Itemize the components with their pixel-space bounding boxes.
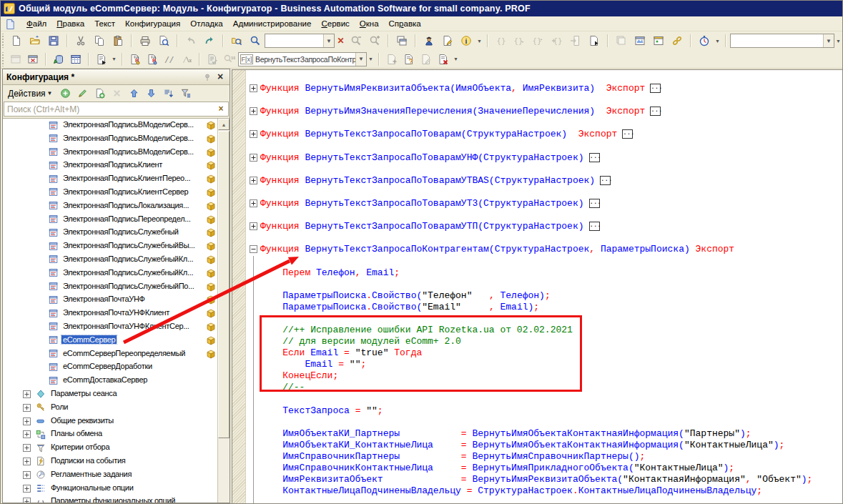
global-search-icon[interactable] xyxy=(227,33,246,49)
code-line[interactable] xyxy=(232,187,842,198)
tree-item-электроннаяпочтаунф[interactable]: ЭлектроннаяПочтаУНФ xyxy=(3,293,230,307)
move-up-icon[interactable] xyxy=(126,87,143,101)
filter-icon[interactable] xyxy=(177,87,194,101)
code-line[interactable]: Функция ВернутьТекстЗапросаПоТоварамУНФ(… xyxy=(232,152,842,164)
edit-document-icon[interactable] xyxy=(438,33,457,49)
tree-item-электроннаяподписьслужебныйпо-[interactable]: ЭлектроннаяПодписьСлужебныйПо... xyxy=(3,280,230,294)
performance-timer-icon[interactable] xyxy=(695,33,714,49)
format-document-icon[interactable] xyxy=(204,51,221,67)
code-line[interactable] xyxy=(232,394,842,405)
remove-comment-icon[interactable]: / xyxy=(178,51,195,67)
procedure-color-icon[interactable]: 100 xyxy=(221,51,238,67)
tree-item-электроннаяподписьлокализация-[interactable]: ЭлектроннаяПодписьЛокализация... xyxy=(3,199,230,213)
scroll-up-icon[interactable]: ▲ xyxy=(218,119,230,130)
panel-close-button[interactable]: × xyxy=(214,70,227,83)
code-line[interactable]: ПараметрыПоиска.Свойство("Телефон" , Тел… xyxy=(232,290,842,302)
expand-icon[interactable] xyxy=(23,444,31,452)
tree-item-функциональные-опции[interactable]: Функциональные опции xyxy=(3,482,230,495)
close-window-icon[interactable] xyxy=(24,51,41,67)
code-line[interactable]: ИмяОбъектаКИ_Партнеры = ВернутьИмяОбъект… xyxy=(232,428,842,440)
procedures-list-icon[interactable]: {} xyxy=(492,33,511,49)
context-combobox[interactable]: ▼ xyxy=(730,34,834,48)
links-icon[interactable] xyxy=(668,33,686,49)
expand-icon[interactable] xyxy=(23,471,31,479)
tree-item-общие-реквизиты[interactable]: Общие реквизиты xyxy=(3,415,230,428)
menu-администрирование[interactable]: Администрирование xyxy=(228,18,317,29)
combo-dropdown-icon[interactable]: ▼ xyxy=(323,34,334,47)
code-line[interactable]: Функция ВернутьТекстЗапросаПоТоварамУТBA… xyxy=(232,175,842,187)
tree-item-электроннаяподписьпереопредел-[interactable]: ЭлектроннаяПодписьПереопредел... xyxy=(3,213,230,227)
add-bookmark-icon[interactable] xyxy=(383,51,400,67)
tree-item-параметры-сеанса[interactable]: Параметры сеанса xyxy=(3,387,230,401)
code-line[interactable]: Функция ВернутьИмяРеквизитаОбъекта(ИмяОб… xyxy=(232,83,842,94)
expand-icon[interactable] xyxy=(23,485,31,493)
actions-menu-button[interactable]: Действия xyxy=(6,88,47,99)
clear-search-button[interactable]: ✕ xyxy=(335,34,347,48)
collapsed-code-icon[interactable]: ... xyxy=(589,153,600,162)
toolbar-overflow-icon[interactable]: ▼ xyxy=(367,52,375,66)
procedure-prev-icon[interactable]: {} xyxy=(511,33,529,49)
copy-windows-icon[interactable] xyxy=(393,33,411,49)
toolbar-drag-handle[interactable] xyxy=(1,52,6,66)
collapsed-code-icon[interactable]: ... xyxy=(600,176,611,185)
syntax-assistant-icon[interactable] xyxy=(420,33,438,49)
tree-item-электроннаяподписьслужебныйкл-[interactable]: ЭлектроннаяПодписьСлужебныйКл... xyxy=(3,253,230,267)
menu-справка[interactable]: Справка xyxy=(384,18,426,29)
code-line[interactable] xyxy=(232,209,842,221)
expand-icon[interactable] xyxy=(23,458,31,465)
scrollbar-thumb[interactable] xyxy=(218,131,230,438)
paste-icon[interactable] xyxy=(109,33,127,49)
code-line[interactable]: ИмяСправочникПартнеры = ВернутьИмяСправо… xyxy=(232,451,842,463)
pin-icon[interactable] xyxy=(204,74,211,81)
tree-item-электроннаяподписьвмоделисерв-[interactable]: ЭлектроннаяПодписьВМоделиСерв... xyxy=(3,119,230,132)
menu-сервис[interactable]: Сервис xyxy=(316,18,354,29)
add-by-template-icon[interactable] xyxy=(92,87,109,101)
tree-item-роли[interactable]: Роли xyxy=(3,401,230,415)
code-line[interactable]: Функция ВернутьТекстЗапросаПоТоварам(Стр… xyxy=(232,129,842,140)
code-line[interactable]: ИмяОбъектаКИ_КонтактныеЛица = ВернутьИмя… xyxy=(232,440,842,451)
tree-item-электроннаяподписьклиент[interactable]: ЭлектроннаяПодписьКлиент xyxy=(3,159,230,172)
undo-icon[interactable] xyxy=(182,33,200,49)
tree-item-планы-обмена[interactable]: Планы обмена xyxy=(3,428,230,441)
delete-bookmark-icon[interactable] xyxy=(435,51,452,67)
code-line[interactable] xyxy=(232,255,842,267)
tree-scrollbar[interactable]: ▲ xyxy=(217,119,230,503)
code-line[interactable] xyxy=(232,232,842,244)
clear-search-icon[interactable]: × xyxy=(215,103,227,114)
code-line[interactable]: Функция ВернутьТекстЗапросаПоКонтрагента… xyxy=(232,244,842,255)
tree-item-электроннаяподписьклиентперео-[interactable]: ЭлектроннаяПодписьКлиентПерео... xyxy=(3,172,230,186)
code-line[interactable]: Функция ВернутьТекстЗапросаПоТоварамУТ3(… xyxy=(232,198,842,209)
add-icon[interactable] xyxy=(57,87,74,101)
fold-marker-icon[interactable] xyxy=(250,199,257,207)
code-line[interactable]: КонтактныеЛицаПодчиненыВладельцу = Струк… xyxy=(232,485,842,497)
code-line[interactable] xyxy=(232,279,842,290)
print-icon[interactable] xyxy=(136,33,154,49)
find-previous-icon[interactable] xyxy=(365,33,384,49)
tree-item-критерии-отбора[interactable]: Критерии отбора xyxy=(3,441,230,455)
tree-item-ecommдоставкасервер[interactable]: eCommДоставкаСервер xyxy=(3,374,230,387)
delete-icon[interactable] xyxy=(109,87,126,101)
menu-окна[interactable]: Окна xyxy=(355,18,384,29)
tree-item-электроннаяподписьвмоделисерв-[interactable]: ЭлектроннаяПодписьВМоделиСерв... xyxy=(3,132,230,146)
fold-marker-icon[interactable] xyxy=(250,107,257,115)
syntax-check-module-icon[interactable]: FAB xyxy=(127,51,144,67)
compare-modules-icon[interactable] xyxy=(93,51,110,67)
procedures-functions-combobox[interactable]: F[x]ВернутьТекстЗапросаПоКонтр▼ xyxy=(238,52,367,66)
properties-icon[interactable]: i xyxy=(457,33,475,49)
code-line[interactable] xyxy=(232,140,842,152)
next-module-icon[interactable] xyxy=(585,33,603,49)
find-next-icon[interactable] xyxy=(347,33,365,49)
collapsed-code-icon[interactable]: ... xyxy=(589,199,600,208)
edit-text-icon[interactable] xyxy=(418,51,435,67)
tree-item-электроннаяпочтаунфклиентсер-[interactable]: ЭлектроннаяПочтаУНФКлиентСер... xyxy=(3,320,230,334)
move-down-icon[interactable] xyxy=(143,87,160,101)
syntax-check-all-icon[interactable]: FAB xyxy=(144,51,161,67)
code-line[interactable]: ИмяРеквизитаОбъект = ВернутьИмяРеквизита… xyxy=(232,474,842,485)
tree-item-ecommсервер[interactable]: eCommСервер xyxy=(3,334,230,347)
tree-search-box[interactable]: Поиск (Ctrl+Alt+M) × xyxy=(4,102,229,117)
redo-icon[interactable] xyxy=(200,33,219,49)
menu-файл[interactable]: Файл xyxy=(21,18,51,29)
tree-item-ecommсерверпереопределяемый[interactable]: eCommСерверПереопределяемый xyxy=(3,347,230,361)
menu-отладка[interactable]: Отладка xyxy=(185,18,227,29)
toolbar-overflow-icon[interactable]: ▼ xyxy=(714,34,721,48)
